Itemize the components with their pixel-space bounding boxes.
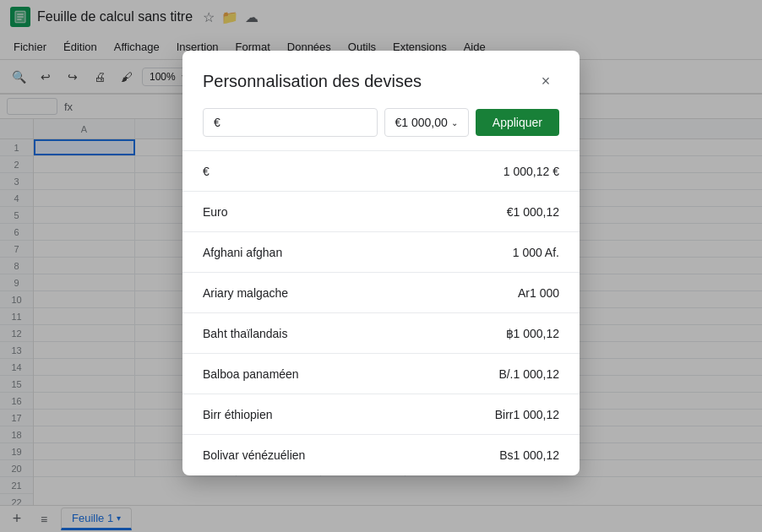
list-item[interactable]: Baht thaïlandais ฿1 000,12 [182,313,580,354]
currency-name: Bolivar vénézuélien [203,448,305,462]
currency-preview: Birr1 000,12 [495,408,559,421]
list-item[interactable]: Birr éthiopien Birr1 000,12 [182,394,580,435]
currency-name: Birr éthiopien [203,408,273,421]
currency-search-input[interactable] [203,108,378,137]
dialog-search-row: €1 000,00 ⌄ Appliquer [182,108,580,150]
currency-name: Ariary malgache [203,286,288,300]
currency-preview: B/.1 000,12 [498,367,559,381]
dialog-close-button[interactable]: × [532,68,559,95]
dialog-header: Personnalisation des devises × [182,51,580,108]
dialog-overlay: Personnalisation des devises × €1 000,00… [0,0,762,532]
currency-preview: Bs1 000,12 [499,448,559,462]
currency-preview: 1 000 Af. [513,246,559,259]
currency-dialog: Personnalisation des devises × €1 000,00… [182,51,580,475]
list-item[interactable]: € 1 000,12 € [182,151,580,192]
currency-preview: ฿1 000,12 [506,327,560,340]
list-item[interactable]: Balboa panaméen B/.1 000,12 [182,354,580,394]
apply-button[interactable]: Appliquer [476,109,559,136]
preview-value: €1 000,00 [395,116,448,129]
currency-name: Baht thaïlandais [203,327,287,340]
currency-name: Euro [203,205,228,219]
list-item[interactable]: Euro €1 000,12 [182,192,580,232]
dialog-title: Personnalisation des devises [203,72,422,91]
currency-name: € [203,165,210,178]
currency-preview: Ar1 000 [518,286,559,300]
currency-preview: 1 000,12 € [503,165,559,178]
currency-name: Balboa panaméen [203,367,299,381]
currency-preview: €1 000,12 [507,205,559,219]
currency-list: € 1 000,12 € Euro €1 000,12 Afghani afgh… [182,150,580,475]
list-item[interactable]: Afghani afghan 1 000 Af. [182,232,580,273]
preview-chevron-icon: ⌄ [451,118,458,128]
currency-preview-badge[interactable]: €1 000,00 ⌄ [384,108,469,137]
list-item[interactable]: Ariary malgache Ar1 000 [182,273,580,313]
currency-name: Afghani afghan [203,246,282,259]
list-item[interactable]: Bolivar vénézuélien Bs1 000,12 [182,435,580,475]
